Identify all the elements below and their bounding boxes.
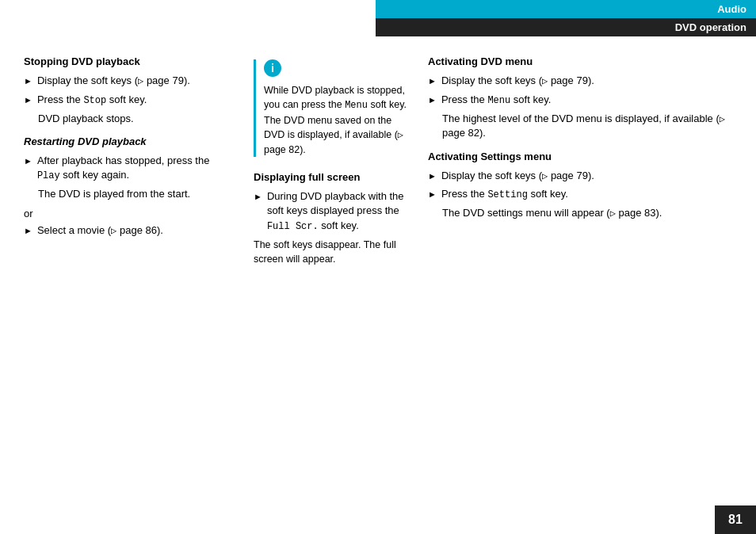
bullet-text: Press the Stop soft key. bbox=[37, 93, 230, 108]
bullet-arrow-icon: ► bbox=[24, 94, 32, 106]
bullet-text: Display the soft keys (▷ page 79). bbox=[37, 74, 230, 89]
info-box: i While DVD playback is stopped, you can… bbox=[254, 59, 408, 157]
stopping-dvd-title: Stopping DVD playback bbox=[24, 55, 230, 67]
list-item: ► After playback has stopped, press the … bbox=[24, 154, 230, 183]
list-item: ► Press the Menu soft key. bbox=[428, 93, 740, 108]
list-item: ► During DVD playback with the soft keys… bbox=[254, 189, 408, 233]
info-icon: i bbox=[264, 59, 281, 77]
list-item: ► Select a movie (▷ page 86). bbox=[24, 223, 230, 238]
header-audio-label: Audio bbox=[376, 0, 756, 18]
or-text: or bbox=[24, 208, 230, 219]
header-dvd-label: DVD operation bbox=[376, 18, 756, 36]
bullet-arrow-icon: ► bbox=[428, 75, 437, 87]
bullet-arrow-icon: ► bbox=[24, 155, 32, 167]
list-item: ► Display the soft keys (▷ page 79). bbox=[24, 74, 230, 89]
bullet-arrow-icon: ► bbox=[254, 191, 262, 203]
left-column: Stopping DVD playback ► Display the soft… bbox=[0, 48, 246, 534]
middle-column: i While DVD playback is stopped, you can… bbox=[246, 48, 420, 534]
right-column: Activating DVD menu ► Display the soft k… bbox=[420, 48, 756, 534]
bullet-text: Press the Setting soft key. bbox=[441, 187, 740, 202]
bullet-text: Display the soft keys (▷ page 79). bbox=[441, 169, 740, 184]
activating-dvd-menu-title: Activating DVD menu bbox=[428, 55, 740, 67]
displaying-full-screen-section: Displaying full screen ► During DVD play… bbox=[254, 171, 408, 266]
main-content: Stopping DVD playback ► Display the soft… bbox=[0, 48, 756, 534]
list-item: ► Display the soft keys (▷ page 79). bbox=[428, 74, 740, 89]
stopping-dvd-section: Stopping DVD playback ► Display the soft… bbox=[24, 55, 230, 126]
restarting-dvd-section: Restarting DVD playback ► After playback… bbox=[24, 135, 230, 238]
list-item: ► Display the soft keys (▷ page 79). bbox=[428, 169, 740, 184]
displaying-full-screen-title: Displaying full screen bbox=[254, 171, 408, 183]
bullet-text: Press the Menu soft key. bbox=[441, 93, 740, 108]
bullet-arrow-icon: ► bbox=[428, 170, 437, 182]
bullet-arrow-icon: ► bbox=[24, 225, 32, 237]
bullet-text: During DVD playback with the soft keys d… bbox=[267, 189, 408, 233]
info-text: While DVD playback is stopped, you can p… bbox=[264, 83, 408, 157]
restarting-dvd-title: Restarting DVD playback bbox=[24, 135, 230, 147]
indent-text: The highest level of the DVD menu is dis… bbox=[442, 112, 740, 141]
bullet-arrow-icon: ► bbox=[428, 189, 437, 200]
list-item: ► Press the Stop soft key. bbox=[24, 93, 230, 108]
indent-text: DVD playback stops. bbox=[38, 112, 230, 126]
list-item: ► Press the Setting soft key. bbox=[428, 187, 740, 202]
activating-dvd-menu-section: Activating DVD menu ► Display the soft k… bbox=[428, 55, 740, 141]
bullet-text: Select a movie (▷ page 86). bbox=[37, 223, 230, 238]
indent-text: The DVD is played from the start. bbox=[38, 187, 230, 201]
bullet-text: After playback has stopped, press the Pl… bbox=[37, 154, 230, 183]
bullet-arrow-icon: ► bbox=[428, 94, 437, 106]
activating-settings-menu-title: Activating Settings menu bbox=[428, 151, 740, 162]
bullet-arrow-icon: ► bbox=[24, 75, 32, 87]
activating-settings-menu-section: Activating Settings menu ► Display the s… bbox=[428, 151, 740, 221]
paragraph-text: The soft keys disappear. The full screen… bbox=[254, 238, 408, 266]
bullet-text: Display the soft keys (▷ page 79). bbox=[441, 74, 740, 89]
indent-text: The DVD settings menu will appear (▷ pag… bbox=[442, 206, 740, 221]
header: Audio DVD operation bbox=[376, 0, 756, 36]
